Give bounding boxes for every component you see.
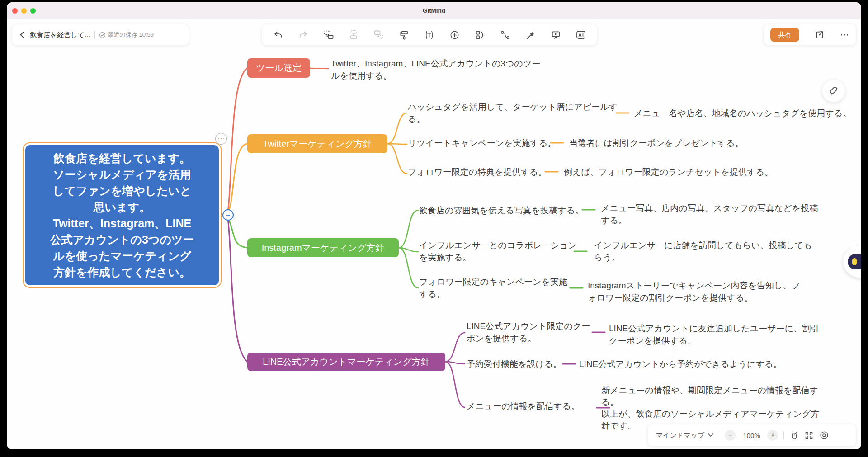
back-button[interactable] (19, 31, 26, 38)
screen: GitMind 飲食店を経営して... 最近の保存 10:59 (0, 0, 868, 457)
chevron-left-icon (19, 31, 26, 38)
document-title[interactable]: 飲食店を経営して... (30, 31, 90, 39)
main-toolbar (262, 24, 597, 45)
detail-text[interactable]: メニュー名や店名、地域名のハッシュタグを使用する。 (634, 107, 851, 119)
fit-screen-button[interactable] (804, 431, 814, 440)
subtopic-text[interactable]: インフルエンサーとのコラボレーション を実施する。 (419, 239, 577, 264)
redo-button[interactable] (296, 27, 311, 42)
root-more-button[interactable]: ⋯ (215, 133, 227, 145)
insert-text-button[interactable] (422, 27, 437, 42)
eye-icon (819, 430, 829, 440)
plus-circle-icon (449, 30, 460, 40)
subtopic-text[interactable]: ハッシュタグを活用して、ターゲット層にアピールす る。 (408, 101, 618, 125)
detail-text[interactable]: メニュー写真、店内の写真、スタッフの写真などを投稿 する。 (601, 202, 818, 226)
ai-icon (576, 29, 586, 40)
divider (783, 431, 784, 439)
gitmind-mascot[interactable] (843, 245, 861, 278)
subtopic-text[interactable]: 予約受付機能を設ける。 (467, 358, 561, 370)
insert-child-node-button[interactable] (371, 27, 387, 42)
ai-beautify-button[interactable] (523, 27, 538, 42)
view-mode-label: マインドマップ (656, 431, 704, 440)
titlebar: GitMind (7, 2, 861, 19)
root-topic[interactable]: 飲食店を経営しています。 ソーシャルメディアを活用 してファンを増やしたいと 思… (23, 142, 222, 288)
presentation-button[interactable] (548, 27, 563, 42)
insert-node-button[interactable] (447, 27, 462, 42)
view-mode-select[interactable]: マインドマップ (656, 431, 713, 440)
subtopic-text[interactable]: Twitter、Instagram、LINE公式アカウントの3つのツー ルを使用… (331, 57, 540, 82)
save-status-label: 最近の保存 10:59 (108, 31, 154, 39)
detail-text[interactable]: Instagramストーリーでキャンペーン内容を告知し、フ ォロワー限定の割引ク… (588, 279, 800, 304)
detail-text[interactable]: LINE公式アカウントに友達追加したユーザーに、割引 クーポンを提供する。 (609, 322, 819, 347)
undo-button[interactable] (270, 27, 286, 42)
root-topic-text: 飲食店を経営しています。 ソーシャルメディアを活用 してファンを増やしたいと 思… (25, 145, 219, 285)
detail-text[interactable]: 当選者には割引クーポンをプレゼントする。 (569, 137, 744, 149)
gitmind-window: GitMind 飲食店を経営して... 最近の保存 10:59 (7, 2, 861, 449)
presentation-icon (551, 30, 561, 40)
subtopic-text[interactable]: LINE公式アカウント限定のクー ポンを提供する。 (467, 320, 590, 344)
more-options-button[interactable] (840, 30, 849, 40)
subtopic-text[interactable]: 飲食店の雰囲気を伝える写真を投稿する。 (419, 204, 584, 217)
zoom-level: 100% (741, 432, 762, 439)
detail-text[interactable]: 例えば、フォロワー限定のランチセットを提供する。 (564, 166, 773, 178)
app-title: GitMind (7, 7, 861, 14)
format-painter-icon (399, 30, 410, 40)
redo-icon (298, 30, 308, 40)
focus-mode-button[interactable] (819, 430, 829, 440)
zoom-in-button[interactable]: + (767, 430, 778, 441)
insert-parent-node-button[interactable] (346, 27, 361, 42)
summary-icon (475, 30, 485, 40)
detail-text[interactable]: LINE公式アカウントから予約ができるようにする。 (579, 358, 782, 370)
ai-assistant-button[interactable] (573, 27, 589, 42)
mascot-face (848, 254, 861, 269)
share-button[interactable]: 共有 (770, 28, 799, 42)
mascot-eye (852, 258, 857, 265)
relationship-button[interactable] (497, 27, 513, 42)
divider (719, 431, 719, 439)
save-status: 最近の保存 10:59 (99, 31, 154, 39)
topic-twitter[interactable]: Twitterマーケティング方針 (247, 134, 387, 153)
subtopic-text[interactable]: フォロワー限定の特典を提供する。 (408, 166, 547, 178)
undo-icon (273, 30, 283, 40)
format-painter-button[interactable] (396, 27, 412, 42)
drag-mode-button[interactable] (789, 431, 799, 440)
expand-icon (804, 431, 814, 440)
subtopic-text[interactable]: フォロワー限定のキャンペーンを実施 する。 (419, 276, 567, 300)
summary-button[interactable] (472, 27, 488, 42)
mascot-ear (858, 241, 861, 249)
zoom-out-button[interactable]: − (725, 430, 736, 441)
style-brush-icon (828, 85, 840, 97)
document-header: 飲食店を経営して... 最近の保存 10:59 (12, 24, 189, 45)
share-toolbar: 共有 (764, 24, 856, 45)
detail-text[interactable]: インフルエンサーに店舗を訪問してもらい、投稿しても らう。 (594, 239, 812, 264)
mouse-icon (789, 431, 799, 440)
insert-sibling-node-icon (323, 29, 334, 40)
text-icon (424, 30, 434, 40)
insert-parent-node-icon (348, 29, 359, 40)
saved-check-icon (99, 32, 106, 38)
insert-child-node-icon (373, 29, 384, 40)
ellipsis-icon (840, 30, 849, 40)
chevron-down-icon (708, 433, 713, 437)
topic-instagram[interactable]: Instagramマーケティング方針 (247, 238, 399, 257)
collapse-branch-button[interactable]: − (222, 209, 234, 221)
view-controls: マインドマップ − 100% + (648, 424, 856, 446)
insert-sibling-node-button[interactable] (321, 27, 336, 42)
style-button[interactable] (822, 80, 845, 102)
topic-line[interactable]: LINE公式アカウントマーケティング方針 (247, 353, 445, 371)
magic-wand-icon (525, 30, 536, 40)
export-icon (815, 30, 825, 40)
export-button[interactable] (815, 30, 825, 40)
subtopic-text[interactable]: リツイートキャンペーンを実施する。 (408, 137, 556, 149)
divider (94, 31, 95, 39)
topic-tool-selection[interactable]: ツール選定 (247, 58, 310, 78)
mascot-ear (851, 241, 857, 249)
relationship-icon (500, 30, 510, 40)
subtopic-text[interactable]: メニューの情報を配信する。 (467, 400, 580, 412)
